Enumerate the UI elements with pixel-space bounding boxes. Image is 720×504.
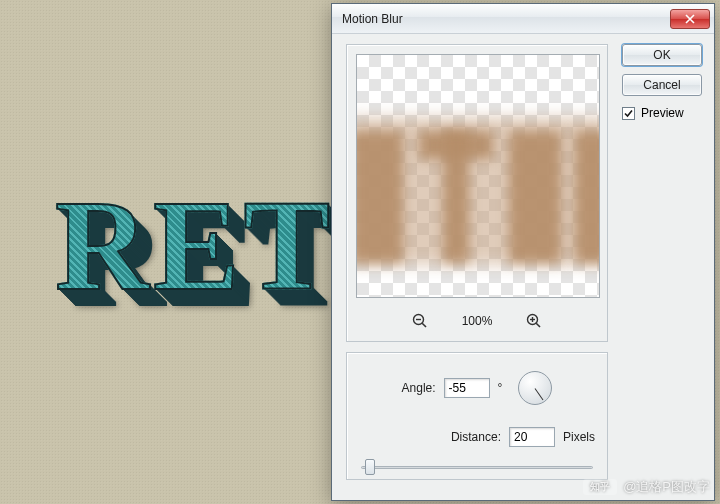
- svg-line-4: [537, 323, 541, 327]
- close-icon: [684, 14, 696, 24]
- dialog-body: 100% Angle: ° Distance:: [332, 34, 714, 500]
- distance-label: Distance:: [451, 430, 501, 444]
- slider-thumb[interactable]: [365, 459, 375, 475]
- zoom-out-icon[interactable]: [412, 313, 428, 329]
- ok-button[interactable]: OK: [622, 44, 702, 66]
- distance-slider[interactable]: [361, 457, 593, 477]
- angle-label: Angle:: [402, 381, 436, 395]
- preview-glyph: [443, 131, 469, 263]
- angle-row: Angle: °: [347, 371, 607, 405]
- preview-checkbox-label: Preview: [641, 106, 684, 120]
- zoom-level: 100%: [462, 314, 493, 328]
- parameters-group: Angle: ° Distance: Pixels: [346, 352, 608, 480]
- photoshop-canvas: RET RET Motion Blur: [0, 0, 720, 504]
- preview-glyph: [575, 131, 600, 263]
- preview-glyph: [356, 131, 403, 263]
- zoom-in-icon[interactable]: [526, 313, 542, 329]
- preview-checkbox-row[interactable]: Preview: [622, 106, 702, 120]
- svg-line-1: [422, 323, 426, 327]
- preview-group: 100%: [346, 44, 608, 342]
- preview-glyph: [509, 131, 561, 263]
- checkmark-icon: [623, 108, 634, 119]
- angle-unit: °: [498, 381, 503, 395]
- watermark: 知乎 @追格P图改字: [583, 478, 710, 496]
- motion-blur-dialog: Motion Blur: [331, 3, 715, 501]
- distance-row: Distance: Pixels: [347, 427, 607, 447]
- distance-input[interactable]: [509, 427, 555, 447]
- close-button[interactable]: [670, 9, 710, 29]
- dialog-titlebar[interactable]: Motion Blur: [332, 4, 714, 34]
- angle-input[interactable]: [444, 378, 490, 398]
- watermark-text: @追格P图改字: [623, 478, 710, 496]
- preview-image[interactable]: [356, 54, 600, 298]
- preview-checkbox[interactable]: [622, 107, 635, 120]
- slider-track: [361, 466, 593, 469]
- dialog-title: Motion Blur: [342, 12, 403, 26]
- retro-text-front: RET: [55, 180, 334, 310]
- angle-dial[interactable]: [518, 371, 552, 405]
- zoom-controls: 100%: [347, 307, 607, 335]
- window-buttons: [670, 9, 712, 29]
- distance-unit: Pixels: [563, 430, 595, 444]
- cancel-button[interactable]: Cancel: [622, 74, 702, 96]
- zhihu-badge: 知乎: [583, 479, 617, 495]
- dialog-right-column: OK Cancel Preview: [622, 44, 702, 120]
